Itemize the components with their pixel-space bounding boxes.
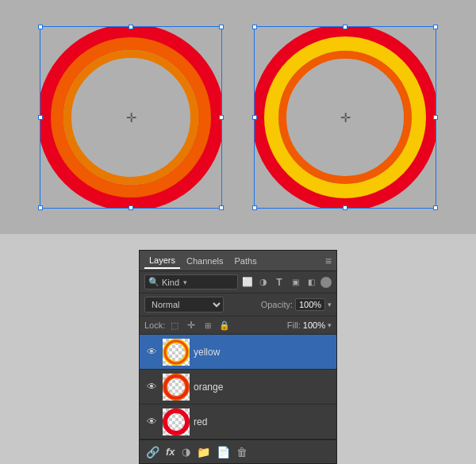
filter-text-icon[interactable]: T	[273, 276, 286, 289]
tab-channels[interactable]: Channels	[182, 254, 228, 268]
layer-row-orange[interactable]: 👁 orange	[140, 370, 336, 405]
crosshair-left: ✛	[126, 109, 136, 125]
svg-point-10	[165, 411, 187, 433]
filter-smart-icon[interactable]: ◧	[305, 276, 317, 289]
opacity-section: Opacity: 100% ▾	[261, 298, 332, 311]
crosshair-right: ✛	[340, 109, 351, 125]
layer-name-red: red	[194, 416, 332, 428]
eye-icon-orange[interactable]: 👁	[144, 380, 159, 394]
lock-icons: ⬚ ✛ ⊞ 🔒	[168, 319, 231, 332]
svg-point-7	[165, 341, 187, 363]
filter-adjust-icon[interactable]: ◑	[257, 276, 270, 289]
lock-row: Lock: ⬚ ✛ ⊞ 🔒 Fill: 100% ▾	[140, 316, 336, 335]
opacity-value[interactable]: 100%	[295, 298, 325, 311]
lock-all-icon[interactable]: 🔒	[218, 319, 231, 332]
layer-row-yellow[interactable]: 👁 yellow	[140, 335, 336, 370]
opacity-label: Opacity:	[261, 300, 293, 309]
tab-paths[interactable]: Paths	[230, 254, 262, 268]
lock-move-icon[interactable]: ✛	[185, 319, 198, 332]
opacity-arrow[interactable]: ▾	[328, 301, 332, 309]
new-layer-icon[interactable]: 📄	[217, 446, 230, 458]
canvas-area: ✛ ✛	[0, 0, 476, 234]
eye-icon-red[interactable]: 👁	[144, 415, 159, 429]
layer-name-orange: orange	[194, 382, 332, 393]
panel-search-row: 🔍 Kind ▾ ⬜ ◑ T ▣ ◧	[140, 271, 336, 293]
thumb-orange	[163, 374, 190, 401]
lock-artboard-icon[interactable]: ⊞	[202, 319, 214, 332]
right-circle-container: ✛	[254, 26, 436, 209]
fill-label: Fill:	[287, 320, 301, 330]
fill-arrow[interactable]: ▾	[328, 321, 332, 329]
layers-list: 👁 yellow 👁 orange	[140, 335, 336, 439]
filter-icons: ⬜ ◑ T ▣ ◧	[241, 276, 332, 289]
fx-button[interactable]: fx	[166, 446, 175, 458]
filter-shape-icon[interactable]: ▣	[289, 276, 301, 289]
filter-pixel-icon[interactable]: ⬜	[241, 276, 254, 289]
search-kind[interactable]: 🔍 Kind ▾	[144, 274, 238, 290]
lock-label: Lock:	[144, 320, 165, 330]
fill-section: Fill: 100% ▾	[287, 320, 332, 330]
blend-mode-select[interactable]: Normal	[144, 297, 224, 313]
thumb-yellow	[163, 339, 190, 366]
filter-toggle[interactable]	[321, 277, 332, 288]
layers-panel: Layers Channels Paths ≡ 🔍 Kind ▾ ⬜ ◑ T ▣…	[139, 250, 337, 464]
kind-label: Kind	[162, 278, 179, 287]
link-icon[interactable]: 🔗	[146, 446, 159, 458]
thumb-red	[163, 408, 190, 435]
adjustment-icon[interactable]: ◑	[182, 446, 190, 458]
folder-icon[interactable]: 📁	[197, 446, 210, 458]
svg-point-9	[165, 376, 187, 398]
panel-menu-icon[interactable]: ≡	[325, 255, 332, 267]
layer-name-yellow: yellow	[194, 347, 332, 358]
lock-pixel-icon[interactable]: ⬚	[168, 319, 181, 332]
delete-icon[interactable]: 🗑	[236, 446, 248, 458]
blend-mode-row: Normal Opacity: 100% ▾	[140, 293, 336, 316]
tab-layers[interactable]: Layers	[144, 253, 180, 269]
left-circle-container: ✛	[40, 26, 222, 209]
fill-value[interactable]: 100%	[303, 320, 325, 330]
eye-icon-yellow[interactable]: 👁	[144, 345, 159, 359]
search-icon: 🔍	[148, 277, 159, 287]
panel-tabs: Layers Channels Paths ≡	[140, 251, 336, 271]
layer-row-red[interactable]: 👁 red	[140, 405, 336, 439]
kind-dropdown-arrow: ▾	[183, 278, 187, 286]
panel-footer: 🔗 fx ◑ 📁 📄 🗑	[140, 439, 336, 463]
